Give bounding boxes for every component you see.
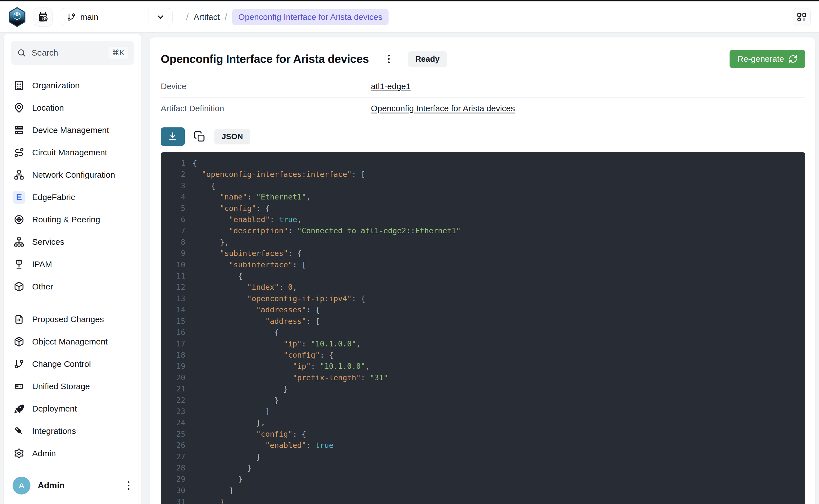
chevron-down-icon[interactable] [148,12,172,22]
copy-icon [194,131,205,142]
line-number: 26 [161,440,185,451]
line-content: }, [193,237,229,248]
sidebar-item-other[interactable]: Other [11,275,134,298]
sidebar-item-device-management[interactable]: Device Management [11,119,134,141]
sidebar-item-admin[interactable]: Admin [11,442,134,465]
code-line: 10 "subinterface": [ [161,259,805,270]
code-line: 5 "config": { [161,203,805,214]
code-line: 21 } [161,383,805,394]
info-row-device: Deviceatl1-edge1 [161,75,805,97]
line-number: 5 [161,203,185,214]
code-line: 7 "description": "Connected to atl1-edge… [161,225,805,236]
code-line: 19 "ip": "10.1.0.0", [161,361,805,372]
app-logo-icon[interactable] [8,7,26,27]
sidebar-item-label: Change Control [32,359,91,369]
workflow-button[interactable] [793,8,811,26]
git-branch-icon [67,13,76,22]
line-number: 4 [161,191,185,203]
regenerate-button[interactable]: Re-generate [730,50,805,68]
sidebar-item-network-configuration[interactable]: Network Configuration [11,164,134,186]
sidebar-item-label: Services [32,237,64,247]
line-content: "openconfig-if-ip:ipv4": { [193,293,365,304]
line-number: 22 [161,395,185,406]
sidebar-item-label: Circuit Management [32,148,107,157]
branch-selector[interactable]: main [60,8,173,26]
sidebar-item-label: Location [32,103,64,113]
code-line: 18 "config": { [161,350,805,361]
sidebar-item-label: IPAM [32,260,52,269]
line-number: 16 [161,327,185,338]
sidebar-menu: OrganizationLocationDevice ManagementCir… [11,74,134,465]
code-line: 4 "name": "Ethernet1", [161,191,805,203]
sidebar-item-ipam[interactable]: IPIPAM [11,253,134,275]
line-content: } [193,451,261,462]
field-value-link-openconfig-interface-for-arista-devices[interactable]: Openconfig Interface for Arista devices [371,104,515,113]
breadcrumb-item-artifact[interactable]: Artifact [194,12,220,22]
code-line: 22 } [161,395,805,406]
sidebar-item-deployment[interactable]: Deployment [11,398,134,420]
line-number: 31 [161,496,185,504]
sidebar-item-change-control[interactable]: Change Control [11,353,134,375]
sidebar-item-edgefabric[interactable]: EEdgeFabric [11,186,134,208]
sidebar-item-circuit-management[interactable]: Circuit Management [11,141,134,164]
search-input[interactable]: Search ⌘K [11,41,134,65]
line-number: 13 [161,293,185,304]
line-content: } [193,395,279,406]
server-icon [13,125,25,135]
code-line: 31 } [161,496,805,504]
calendar-clock-button[interactable] [34,8,53,27]
code-line: 8 }, [161,237,805,248]
sidebar-item-label: Unified Storage [32,382,90,391]
code-lines: 1{2 "openconfig-interfaces:interface": [… [161,158,805,504]
code-line: 27 } [161,451,805,462]
info-row-artifact-definition: Artifact DefinitionOpenconfig Interface … [161,97,805,119]
title-menu-button[interactable] [385,52,392,66]
line-content: "prefix-length": "31" [193,372,388,383]
code-line: 16 { [161,327,805,338]
breadcrumb: / Artifact / Openconfig Interface for Ar… [181,9,388,25]
line-content: "ip": "10.1.0.0", [193,361,370,372]
sidebar-item-integrations[interactable]: Integrations [11,420,134,442]
code-line: 23 ] [161,406,805,417]
code-line: 28 } [161,462,805,474]
line-number: 24 [161,417,185,428]
rocket-icon [13,403,25,414]
route-icon [13,147,25,158]
info-table: Deviceatl1-edge1Artifact DefinitionOpenc… [161,75,805,119]
page-title: Openconfig Interface for Arista devices [161,53,369,66]
sidebar-item-label: Device Management [32,125,109,135]
sidebar-item-routing-peering[interactable]: Routing & Peering [11,208,134,231]
line-number: 15 [161,316,185,327]
line-content: { [193,180,215,191]
sidebar-item-organization[interactable]: Organization [11,74,134,97]
workflow-icon [796,12,807,22]
line-number: 3 [161,180,185,191]
sidebar-item-proposed-changes[interactable]: Proposed Changes [11,308,134,331]
download-button[interactable] [161,127,185,146]
main-header: Openconfig Interface for Arista devices … [161,50,805,68]
code-line: 14 "addresses": { [161,304,805,315]
breadcrumb-separator: / [225,12,227,22]
sidebar-item-services[interactable]: Services [11,231,134,253]
user-row[interactable]: A Admin [11,472,134,496]
sidebar-item-location[interactable]: Location [11,97,134,119]
field-value-link-atl1-edge1[interactable]: atl1-edge1 [371,82,411,91]
code-line: 11 { [161,270,805,282]
line-number: 14 [161,304,185,315]
hierarchy-icon [13,237,25,247]
line-content: ] [193,485,233,496]
breadcrumb-current[interactable]: Openconfig Interface for Arista devices [232,9,388,25]
sidebar-item-unified-storage[interactable]: Unified Storage [11,375,134,398]
router-icon [13,214,25,225]
line-number: 19 [161,361,185,372]
format-badge: JSON [214,129,250,144]
user-menu-button[interactable] [125,479,132,493]
git-branch-icon [13,359,25,369]
line-number: 18 [161,350,185,361]
copy-button[interactable] [193,130,206,144]
line-content: } [193,474,243,485]
sidebar-item-object-management[interactable]: Object Management [11,331,134,353]
line-content: } [193,462,251,474]
code-viewer[interactable]: 1{2 "openconfig-interfaces:interface": [… [161,152,805,504]
line-content: "config": { [193,350,333,361]
